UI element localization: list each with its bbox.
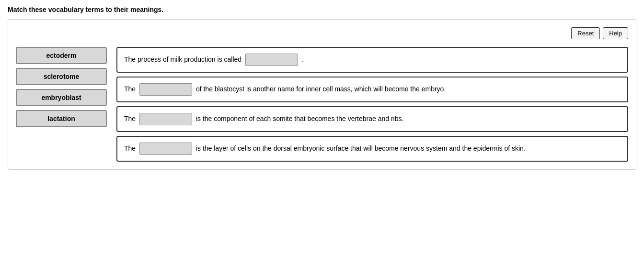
drop-target-4[interactable] xyxy=(139,143,192,155)
def-1-after: . xyxy=(302,55,304,63)
def-3-text: is the component of each somite that bec… xyxy=(196,115,403,122)
def-4-prefix: The xyxy=(124,144,136,152)
toolbar: Reset Help xyxy=(16,27,628,39)
def-4-text: is the layer of cells on the dorsal embr… xyxy=(196,144,526,152)
def-2-text: of the blastocyst is another name for in… xyxy=(196,85,446,93)
def-1-before: The process of milk production is called xyxy=(124,55,242,63)
drop-target-3[interactable] xyxy=(139,113,192,125)
main-content: ectodermsclerotomeembryoblastlactation T… xyxy=(16,47,628,162)
def-2-prefix: The xyxy=(124,85,136,93)
help-button[interactable]: Help xyxy=(603,27,628,39)
drop-target-1[interactable] xyxy=(245,54,298,66)
def-3-prefix: The xyxy=(124,115,136,122)
definition-box-4: The is the layer of cells on the dorsal … xyxy=(116,136,628,162)
definition-box-1: The process of milk production is called… xyxy=(116,47,628,73)
definition-box-3: The is the component of each somite that… xyxy=(116,106,628,132)
term-embryoblast[interactable]: embryoblast xyxy=(16,89,107,106)
activity-container: Reset Help ectodermsclerotomeembryoblast… xyxy=(8,19,636,170)
drop-target-2[interactable] xyxy=(139,83,192,96)
term-ectoderm[interactable]: ectoderm xyxy=(16,47,107,64)
page-instructions: Match these vocabulary terms to their me… xyxy=(8,6,636,13)
terms-column: ectodermsclerotomeembryoblastlactation xyxy=(16,47,107,162)
definition-box-2: The of the blastocyst is another name fo… xyxy=(116,77,628,102)
reset-button[interactable]: Reset xyxy=(571,27,600,39)
term-sclerotome[interactable]: sclerotome xyxy=(16,68,107,85)
definitions-column: The process of milk production is called… xyxy=(116,47,628,162)
term-lactation[interactable]: lactation xyxy=(16,110,107,127)
